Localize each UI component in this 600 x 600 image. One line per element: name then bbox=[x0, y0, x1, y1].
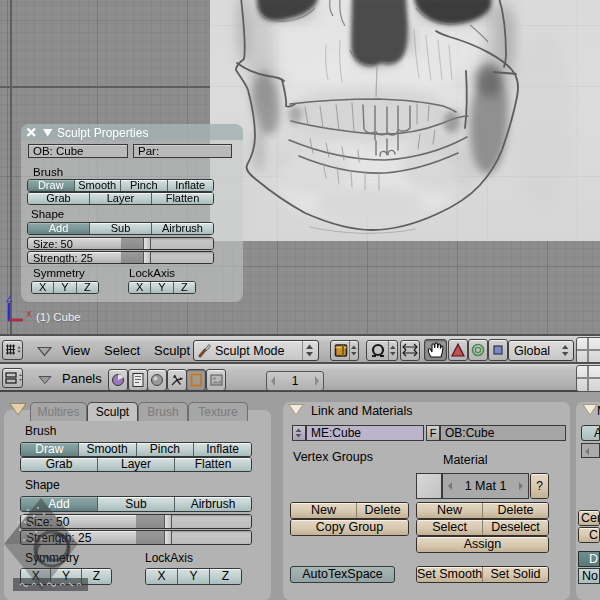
svg-text:Z: Z bbox=[6, 295, 12, 304]
svg-text:x: x bbox=[26, 309, 32, 320]
